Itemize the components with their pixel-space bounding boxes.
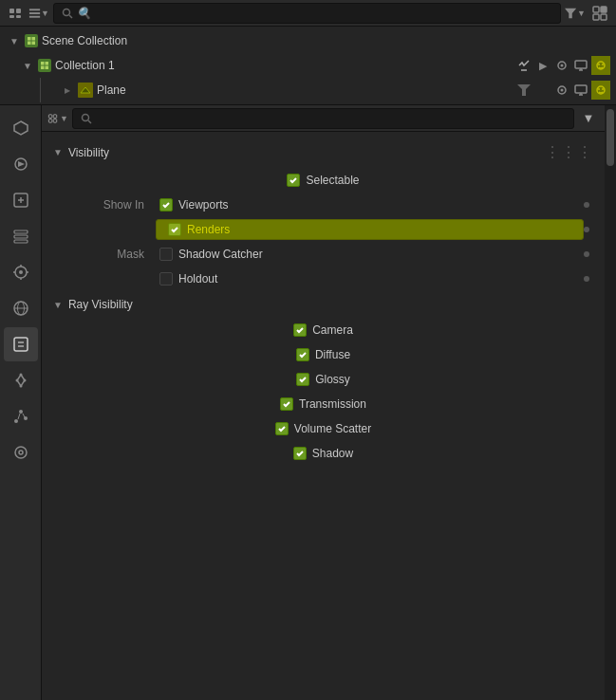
sync-icon[interactable] (589, 3, 610, 24)
world-icon[interactable] (4, 291, 38, 325)
scrollbar-thumb[interactable] (607, 109, 614, 166)
shadow-row: Shadow (53, 442, 593, 465)
scene-collection-toggle[interactable]: ▼ (8, 34, 21, 47)
svg-point-60 (19, 374, 22, 377)
plane-viewport-icon[interactable] (553, 82, 570, 99)
svg-rect-18 (41, 62, 45, 65)
svg-point-75 (83, 114, 89, 120)
svg-rect-45 (14, 230, 28, 233)
renders-button[interactable]: Renders (156, 219, 584, 240)
renders-checkbox[interactable] (168, 223, 181, 236)
filter-icon[interactable]: ▼ (565, 3, 586, 24)
svg-rect-3 (16, 15, 21, 18)
viewports-checkbox[interactable] (159, 198, 173, 212)
visibility-toggle-icon[interactable]: ▼ (53, 147, 63, 157)
svg-rect-4 (29, 9, 40, 10)
svg-point-64 (14, 419, 18, 423)
shadow-label: Shadow (312, 447, 353, 460)
ray-visibility-toggle-icon[interactable]: ▼ (53, 300, 63, 310)
svg-rect-15 (32, 37, 36, 41)
properties-header: ▼ ▼ (42, 105, 605, 132)
plane-row[interactable]: ▶ Plane (0, 78, 616, 102)
collection1-row[interactable]: ▼ Collection 1 ▶ (0, 53, 616, 78)
output-icon[interactable] (4, 183, 38, 217)
camera-checkbox[interactable] (293, 323, 307, 337)
properties-search-bar[interactable] (72, 108, 574, 129)
svg-point-65 (19, 410, 23, 414)
collection1-render-icon[interactable] (591, 56, 610, 75)
props-type-selector[interactable]: ▼ (47, 108, 68, 129)
selectable-checkbox[interactable] (287, 174, 300, 187)
shadow-catcher-checkbox[interactable] (159, 248, 173, 261)
holdout-checkbox[interactable] (159, 272, 173, 286)
visibility-section: ▼ Visibility ⋮⋮⋮ Selectable (53, 143, 593, 290)
outliner-type-icon[interactable] (6, 4, 25, 23)
svg-point-30 (602, 64, 604, 65)
outliner-content: ▼ Scene Collection ▼ (0, 27, 616, 104)
collection1-cursor-icon[interactable]: ▶ (534, 57, 551, 74)
svg-point-33 (561, 89, 564, 92)
collection1-monitor-icon[interactable] (572, 57, 589, 74)
plane-filter-icon[interactable] (515, 82, 532, 99)
outliner-search-input[interactable] (77, 7, 552, 20)
object-props-icon[interactable] (4, 327, 38, 361)
renders-dot (584, 227, 589, 232)
collection1-select-icon[interactable] (515, 57, 532, 74)
volume-scatter-label: Volume Scatter (294, 422, 371, 435)
svg-point-70 (19, 451, 23, 454)
ray-visibility-section: ▼ Ray Visibility Camera (53, 298, 593, 465)
render-icon[interactable] (4, 147, 38, 181)
volume-scatter-checkbox[interactable] (275, 422, 289, 435)
svg-rect-6 (29, 15, 40, 17)
right-scrollbar[interactable] (605, 105, 616, 700)
collection1-viewport-icon[interactable] (553, 57, 570, 74)
view-layer-icon[interactable] (4, 219, 38, 253)
glossy-checkbox[interactable] (296, 373, 309, 386)
svg-rect-72 (53, 114, 56, 117)
plane-toggle[interactable]: ▶ (61, 83, 74, 97)
shadow-center: Shadow (57, 447, 589, 460)
camera-row: Camera (53, 319, 593, 341)
plane-icons (515, 81, 610, 100)
outliner-view-menu[interactable]: ▼ (28, 3, 49, 24)
plane-render-icon[interactable] (591, 81, 610, 100)
svg-rect-2 (9, 15, 14, 18)
particles-icon[interactable] (4, 399, 38, 433)
diffuse-row: Diffuse (53, 343, 593, 366)
volume-scatter-center: Volume Scatter (57, 422, 589, 435)
svg-point-63 (15, 379, 18, 382)
selectable-label: Selectable (306, 174, 359, 187)
left-sidebar (0, 105, 42, 700)
svg-point-49 (19, 270, 23, 274)
svg-rect-74 (53, 119, 56, 121)
plane-monitor-icon[interactable] (572, 82, 589, 99)
diffuse-center: Diffuse (57, 348, 589, 361)
visibility-section-header[interactable]: ▼ Visibility ⋮⋮⋮ (53, 143, 593, 161)
plane-mesh-icon (78, 83, 93, 98)
properties-expand-btn[interactable]: ▼ (578, 108, 599, 129)
diffuse-checkbox[interactable] (296, 348, 309, 361)
physics-icon[interactable] (4, 435, 38, 470)
collection1-toggle[interactable]: ▼ (21, 59, 34, 72)
ray-visibility-section-header[interactable]: ▼ Ray Visibility (53, 298, 593, 311)
holdout-row: Holdout (53, 267, 593, 290)
svg-point-29 (598, 64, 600, 65)
properties-search-input[interactable] (96, 112, 566, 125)
shadow-checkbox-item: Shadow (293, 447, 353, 460)
scene-collection-row[interactable]: ▼ Scene Collection (0, 28, 616, 53)
section-dots-icon[interactable]: ⋮⋮⋮ (545, 143, 593, 161)
collection1-icons: ▶ (515, 56, 610, 75)
modifier-icon[interactable] (4, 363, 38, 397)
svg-rect-34 (575, 85, 587, 93)
transmission-checkbox[interactable] (280, 397, 293, 411)
glossy-center: Glossy (57, 373, 589, 386)
shadow-checkbox[interactable] (293, 447, 307, 460)
glossy-label: Glossy (315, 373, 350, 386)
svg-marker-31 (517, 84, 531, 96)
outliner-search-bar[interactable] (53, 3, 561, 24)
scene-props-icon[interactable] (4, 255, 38, 289)
svg-rect-16 (28, 42, 31, 46)
holdout-dot (584, 276, 589, 282)
visibility-label: Visibility (68, 146, 109, 159)
scene-icon[interactable] (4, 111, 38, 145)
